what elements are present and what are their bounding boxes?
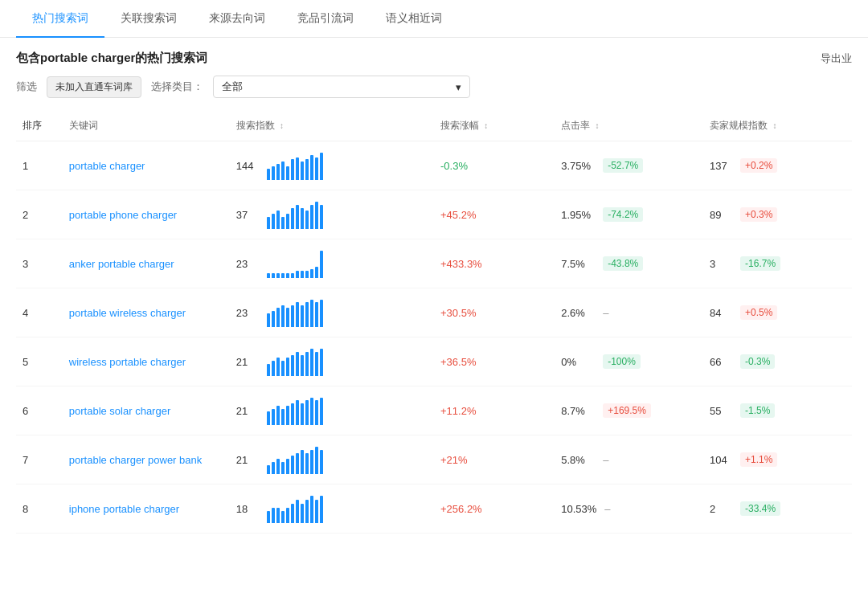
cell-rank: 8 <box>16 484 63 534</box>
keyword-link[interactable]: wireless portable charger <box>69 356 186 368</box>
cell-search-rise: +36.5% <box>434 337 555 386</box>
bar <box>320 398 323 425</box>
ctr-value: 3.75% <box>561 160 595 172</box>
cell-seller: 2-33.4% <box>703 484 852 534</box>
keyword-link[interactable]: iphone portable charger <box>69 503 179 515</box>
bar <box>267 313 270 327</box>
cell-search-index: 21 <box>230 386 434 435</box>
ctr-change-badge: -74.2% <box>603 207 643 222</box>
bar <box>310 269 313 278</box>
bar <box>281 462 285 474</box>
bar <box>272 214 275 229</box>
bar-chart <box>267 151 347 180</box>
bar <box>296 400 299 425</box>
bar <box>281 305 285 327</box>
seller-index-value: 2 <box>710 503 732 515</box>
seller-index-value: 89 <box>710 209 732 221</box>
cell-keyword: portable charger <box>63 141 230 190</box>
seller-change-badge: -33.4% <box>740 501 780 516</box>
cell-ctr: 2.6%– <box>555 288 703 337</box>
cell-search-rise: +30.5% <box>434 288 555 337</box>
table-row: 2portable phone charger37+45.2%1.95%-74.… <box>16 190 852 239</box>
bar <box>305 302 309 327</box>
export-button[interactable]: 导出业 <box>821 51 852 66</box>
ctr-value: 2.6% <box>561 307 595 319</box>
tab-semantic[interactable]: 语义相近词 <box>370 0 458 37</box>
bar <box>286 273 289 278</box>
search-rise-value: +256.2% <box>440 503 482 515</box>
cell-keyword: anker portable charger <box>63 239 230 288</box>
table-row: 6portable solar charger21+11.2%8.7%+169.… <box>16 386 852 435</box>
table-row: 4portable wireless charger23+30.5%2.6%–8… <box>16 288 852 337</box>
col-header-keyword: 关键词 <box>63 111 230 141</box>
bar <box>320 496 323 523</box>
ctr-change-dash: – <box>603 307 608 319</box>
table-body: 1portable charger144-0.3%3.75%-52.7%137+… <box>16 141 852 534</box>
col-header-ctr[interactable]: 点击率 ↕ <box>555 111 703 141</box>
keyword-link[interactable]: portable solar charger <box>69 405 170 417</box>
seller-change-badge: +0.5% <box>740 305 777 320</box>
bar <box>301 271 304 278</box>
cell-search-index: 23 <box>230 239 434 288</box>
bar <box>310 450 313 474</box>
ctr-change-badge: -100% <box>603 354 641 369</box>
bar <box>305 453 309 474</box>
bar <box>291 456 294 474</box>
data-table: 排序 关键词 搜索指数 ↕ 搜索涨幅 ↕ 点击率 ↕ <box>16 111 852 534</box>
seller-index-value: 55 <box>710 405 732 417</box>
search-rise-value: -0.3% <box>440 160 468 172</box>
search-index-value: 23 <box>236 258 259 270</box>
filter-select-category[interactable]: 全部 ▾ <box>213 76 470 98</box>
keyword-link[interactable]: portable wireless charger <box>69 307 186 319</box>
bar <box>272 508 275 523</box>
ctr-change-badge: +169.5% <box>603 403 651 418</box>
bar <box>276 406 280 425</box>
filter-tag-no-direct[interactable]: 未加入直通车词库 <box>47 76 141 98</box>
col-header-search-rise[interactable]: 搜索涨幅 ↕ <box>434 111 555 141</box>
tab-related-search[interactable]: 关联搜索词 <box>104 0 193 37</box>
table-row: 7portable charger power bank21+21%5.8%–1… <box>16 435 852 484</box>
search-index-value: 21 <box>236 356 259 368</box>
col-header-search-index[interactable]: 搜索指数 ↕ <box>230 111 434 141</box>
cell-search-rise: +45.2% <box>434 190 555 239</box>
bar <box>296 302 299 327</box>
bar <box>301 305 304 327</box>
cell-ctr: 5.8%– <box>555 435 703 484</box>
tab-bar: 热门搜索词 关联搜索词 来源去向词 竞品引流词 语义相近词 <box>0 0 868 38</box>
bar <box>286 214 289 229</box>
search-rise-value: +433.3% <box>440 258 482 270</box>
seller-change-badge: +0.2% <box>740 158 777 173</box>
ctr-value: 10.53% <box>561 503 596 515</box>
keyword-link[interactable]: portable charger <box>69 160 145 172</box>
bar <box>286 459 289 474</box>
cell-seller: 89+0.3% <box>703 190 852 239</box>
keyword-link[interactable]: portable charger power bank <box>69 454 203 466</box>
cell-keyword: portable phone charger <box>63 190 230 239</box>
bar <box>305 352 309 376</box>
bar <box>320 153 323 180</box>
bar-chart <box>267 347 347 376</box>
keyword-link[interactable]: portable phone charger <box>69 209 177 221</box>
bar <box>291 504 294 523</box>
cell-rank: 3 <box>16 239 63 288</box>
bar <box>315 400 318 425</box>
bar <box>276 459 280 474</box>
search-rise-value: +30.5% <box>440 307 476 319</box>
tab-source-dest[interactable]: 来源去向词 <box>193 0 281 37</box>
bar <box>320 205 323 229</box>
keyword-link[interactable]: anker portable charger <box>69 258 174 270</box>
filter-select-label: 选择类目： <box>151 80 203 94</box>
cell-keyword: portable solar charger <box>63 386 230 435</box>
bar <box>272 273 275 278</box>
tab-competitor[interactable]: 竞品引流词 <box>281 0 370 37</box>
bar <box>296 352 299 376</box>
col-header-seller[interactable]: 卖家规模指数 ↕ <box>703 111 852 141</box>
bar <box>276 164 280 180</box>
tab-hot-search[interactable]: 热门搜索词 <box>16 0 104 37</box>
bar-chart <box>267 249 347 278</box>
bar <box>286 508 289 523</box>
bar <box>276 358 280 376</box>
cell-search-rise: +433.3% <box>434 239 555 288</box>
ctr-change-dash: – <box>604 503 610 515</box>
bar <box>310 496 313 523</box>
